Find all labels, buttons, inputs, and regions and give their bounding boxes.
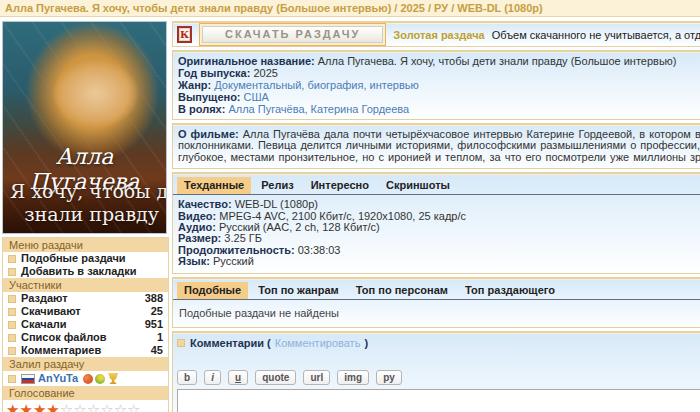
stat-value: 25 bbox=[151, 305, 163, 318]
star-6-icon[interactable]: ☆ bbox=[73, 401, 86, 412]
tracker-logo-icon[interactable]: К bbox=[177, 26, 192, 43]
info-label: Год выпуска: bbox=[178, 67, 250, 79]
tab-top-uploader[interactable]: Топ раздающего bbox=[458, 282, 562, 299]
paren-close: ) bbox=[364, 337, 368, 349]
stat-row-seeders[interactable]: Раздают 388 bbox=[3, 292, 168, 305]
breadcrumb[interactable]: Алла Пугачева. Я хочу, чтобы дети знали … bbox=[0, 0, 700, 17]
tech-value: 03:38:03 bbox=[298, 244, 341, 256]
film-info-section: Оригинальное название: Алла Пугачева. Я … bbox=[172, 50, 700, 120]
star-7-icon[interactable]: ☆ bbox=[87, 401, 100, 412]
bbcode-quote-button[interactable]: quote bbox=[255, 370, 296, 385]
bbcode-underline-button[interactable]: u bbox=[228, 370, 248, 385]
tech-label: Видео: bbox=[178, 210, 216, 222]
star-3-icon[interactable]: ★ bbox=[33, 401, 46, 412]
voting-header: Голосование bbox=[3, 386, 168, 400]
uploader-row: AnYuTa bbox=[3, 371, 168, 386]
info-label: Выпущено: bbox=[178, 91, 241, 103]
sidebar-menu-box: Меню раздачи Подобные раздачи Добавить в… bbox=[2, 237, 169, 412]
download-button[interactable]: СКАЧАТЬ РАЗДАЧУ bbox=[202, 26, 383, 43]
comment-action-link[interactable]: Комментировать bbox=[275, 337, 361, 349]
flag-icon bbox=[21, 374, 35, 384]
tab-release[interactable]: Релиз bbox=[254, 177, 300, 194]
tech-value: WEB-DL (1080p) bbox=[235, 198, 318, 210]
star-5-icon[interactable]: ☆ bbox=[60, 401, 73, 412]
genre-links[interactable]: Документальный, биография, интервью bbox=[214, 79, 418, 91]
info-row-original-title: Оригинальное название: Алла Пугачева. Я … bbox=[178, 55, 700, 67]
bullet-icon bbox=[177, 339, 185, 347]
info-row-country: Выпущено: США bbox=[178, 91, 700, 103]
stat-label: Скачивают bbox=[21, 305, 81, 318]
stat-value: 45 bbox=[151, 344, 163, 357]
stat-value: 951 bbox=[145, 318, 163, 331]
bbcode-py-button[interactable]: py bbox=[376, 370, 402, 385]
tech-label: Язык: bbox=[178, 255, 210, 267]
info-label: Оригинальное название: bbox=[178, 55, 315, 67]
about-text: Алла Пугачёва дала почти четырёхчасовое … bbox=[243, 128, 700, 140]
bullet-icon bbox=[8, 255, 16, 263]
stat-label: Скачали bbox=[21, 318, 67, 331]
comments-section: Комментарии ( Комментировать ) b i u quo… bbox=[172, 331, 700, 412]
bullet-icon bbox=[8, 375, 16, 383]
uploader-link[interactable]: AnYuTa bbox=[38, 372, 78, 385]
tech-row-language: Язык: Русский bbox=[178, 256, 700, 267]
participants-header: Участники bbox=[3, 278, 168, 292]
cast-links[interactable]: Алла Пугачёва, Катерина Гордеева bbox=[228, 103, 409, 115]
tab-techdata[interactable]: Техданные bbox=[177, 177, 251, 194]
tech-label: Продолжительность: bbox=[178, 244, 295, 256]
film-poster[interactable]: Алла Пугачева Я хочу, чтобы дети знали п… bbox=[2, 21, 167, 234]
stat-row-downloaded[interactable]: Скачали 951 bbox=[3, 318, 168, 331]
download-button-frame: СКАЧАТЬ РАЗДАЧУ bbox=[199, 23, 386, 46]
bullet-icon bbox=[8, 347, 16, 355]
badge-green-icon bbox=[95, 374, 105, 384]
tab-top-genres[interactable]: Топ по жанрам bbox=[251, 282, 346, 299]
sidebar: Алла Пугачева Я хочу, чтобы дети знали п… bbox=[2, 21, 169, 412]
tab-interesting[interactable]: Интересно bbox=[304, 177, 376, 194]
stat-label: Раздают bbox=[21, 292, 68, 305]
comments-title: Комментарии bbox=[190, 337, 264, 349]
comment-input[interactable] bbox=[177, 389, 700, 412]
bullet-icon bbox=[8, 321, 16, 329]
tab-screenshots[interactable]: Скриншоты bbox=[379, 177, 457, 194]
stat-row-filelist[interactable]: Список файлов 1 bbox=[3, 331, 168, 344]
stat-value: 388 bbox=[145, 292, 163, 305]
bbcode-img-button[interactable]: img bbox=[337, 370, 369, 385]
bbcode-bold-button[interactable]: b bbox=[177, 370, 197, 385]
similar-empty-message: Подобные раздачи не найдены bbox=[173, 300, 700, 327]
tech-rows: Качество: WEB-DL (1080p) Видео: MPEG-4 A… bbox=[173, 195, 700, 272]
download-section: К СКАЧАТЬ РАЗДАЧУ Золотая раздача Объем … bbox=[172, 21, 700, 47]
menu-header: Меню раздачи bbox=[3, 238, 168, 252]
poster-title-line1: Я хочу, чтобы дети bbox=[10, 180, 167, 202]
trophy-icon bbox=[108, 373, 118, 384]
tech-value: MPEG-4 AVC, 2100 Кбит/с, 1920x1080, 25 к… bbox=[219, 210, 466, 222]
paren-open: ( bbox=[267, 337, 271, 349]
info-label: В ролях: bbox=[178, 103, 225, 115]
bbcode-url-button[interactable]: url bbox=[303, 370, 330, 385]
similar-tabs: Подобные Топ по жанрам Топ по персонам Т… bbox=[173, 279, 700, 300]
bullet-icon bbox=[8, 268, 16, 276]
stat-row-comments[interactable]: Комментариев 45 bbox=[3, 344, 168, 357]
star-9-icon[interactable]: ☆ bbox=[114, 401, 127, 412]
stat-row-leechers[interactable]: Скачивают 25 bbox=[3, 305, 168, 318]
country-link[interactable]: США bbox=[244, 91, 269, 103]
gold-release-note: Объем скачанного не учитывается, а отдан… bbox=[492, 29, 700, 41]
star-1-icon[interactable]: ★ bbox=[6, 401, 19, 412]
bbcode-toolbar: b i u quote url img py bbox=[177, 370, 700, 385]
tab-top-persons[interactable]: Топ по персонам bbox=[349, 282, 455, 299]
star-10-icon[interactable]: ☆ bbox=[127, 401, 140, 412]
star-2-icon[interactable]: ★ bbox=[19, 401, 32, 412]
info-value: Алла Пугачева. Я хочу, чтобы дети знали … bbox=[318, 55, 677, 67]
star-8-icon[interactable]: ☆ bbox=[100, 401, 113, 412]
bbcode-italic-button[interactable]: i bbox=[204, 370, 221, 385]
tab-similar[interactable]: Подобные bbox=[177, 282, 248, 299]
tech-value: 3.25 ГБ bbox=[224, 232, 262, 244]
badge-red-icon bbox=[83, 374, 93, 384]
bullet-icon bbox=[8, 308, 16, 316]
stat-value: 1 bbox=[157, 331, 163, 344]
sidebar-item-label: Подобные раздачи bbox=[21, 252, 126, 265]
tech-row-duration: Продолжительность: 03:38:03 bbox=[178, 245, 700, 256]
sidebar-item-similar[interactable]: Подобные раздачи bbox=[3, 252, 168, 265]
tech-value: Русский (AAC, 2 ch, 128 Кбит/с) bbox=[219, 221, 380, 233]
sidebar-item-bookmark[interactable]: Добавить в закладки bbox=[3, 265, 168, 278]
star-4-icon[interactable]: ★ bbox=[46, 401, 59, 412]
about-line-3: глубокое, местами пронзительное, но с ир… bbox=[178, 152, 700, 163]
